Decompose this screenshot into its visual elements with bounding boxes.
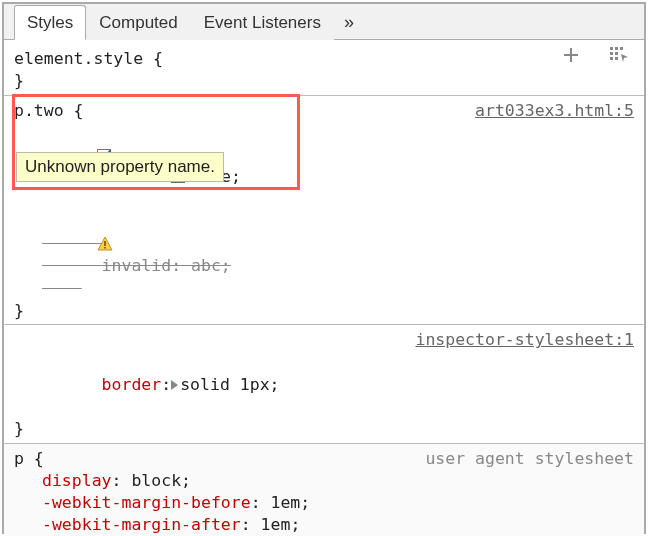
prop-name[interactable]: border — [102, 375, 162, 394]
expand-shorthand-icon[interactable] — [171, 380, 178, 390]
svg-rect-8 — [105, 241, 107, 246]
svg-rect-1 — [615, 47, 618, 50]
brace-close: } — [14, 301, 24, 320]
prop-value[interactable]: solid 1px — [180, 375, 269, 394]
prop-name[interactable]: invalid — [102, 256, 172, 275]
svg-rect-2 — [620, 47, 623, 50]
rule-ua-selector: p — [14, 449, 24, 468]
svg-rect-9 — [105, 247, 107, 249]
svg-rect-4 — [615, 52, 618, 55]
styles-panel: Styles Computed Event Listeners » elemen… — [2, 2, 646, 534]
new-rule-icon[interactable] — [560, 44, 582, 66]
error-tooltip: Unknown property name. — [16, 152, 224, 183]
decl-border-row[interactable]: border:solid 1px; — [14, 351, 634, 418]
svg-rect-6 — [615, 57, 618, 60]
prop-value[interactable]: abc — [191, 256, 221, 275]
warning-icon — [18, 214, 36, 232]
rule-ptwo-section: p.two { art033ex3.html:5 color: blue; in… — [4, 96, 644, 326]
brace-close: } — [14, 419, 24, 438]
brace-close: } — [14, 71, 24, 90]
element-states-icon[interactable] — [608, 44, 630, 66]
svg-rect-3 — [610, 52, 613, 55]
rule-inspector-source-link[interactable]: inspector-stylesheet:1 — [415, 329, 634, 351]
tab-bar: Styles Computed Event Listeners » — [4, 4, 644, 40]
inline-style-selector: element.style — [14, 49, 143, 68]
decl-row: display: block; — [14, 470, 634, 492]
ua-stylesheet-label: user agent stylesheet — [425, 448, 634, 470]
svg-rect-0 — [610, 47, 613, 50]
decl-row: -webkit-margin-after: 1em; — [14, 514, 634, 536]
tab-overflow[interactable]: » — [334, 4, 364, 39]
brace-open: { — [143, 49, 163, 68]
tab-event-listeners[interactable]: Event Listeners — [191, 5, 334, 40]
decl-row: -webkit-margin-before: 1em; — [14, 492, 634, 514]
tab-computed[interactable]: Computed — [86, 5, 190, 40]
tab-styles[interactable]: Styles — [14, 5, 86, 40]
svg-rect-5 — [610, 57, 613, 60]
decl-invalid-row[interactable]: invalid: abc; — [14, 211, 634, 300]
checkbox-icon[interactable] — [18, 125, 36, 143]
inline-style-section: element.style { } — [4, 40, 644, 96]
rule-inspector-section: p { inspector-stylesheet:1 border:solid … — [4, 325, 644, 443]
rule-ua-section: p { user agent stylesheet display: block… — [4, 444, 644, 536]
rule-ptwo-source-link[interactable]: art033ex3.html:5 — [475, 100, 634, 122]
rule-ptwo-selector[interactable]: p.two — [14, 101, 64, 120]
